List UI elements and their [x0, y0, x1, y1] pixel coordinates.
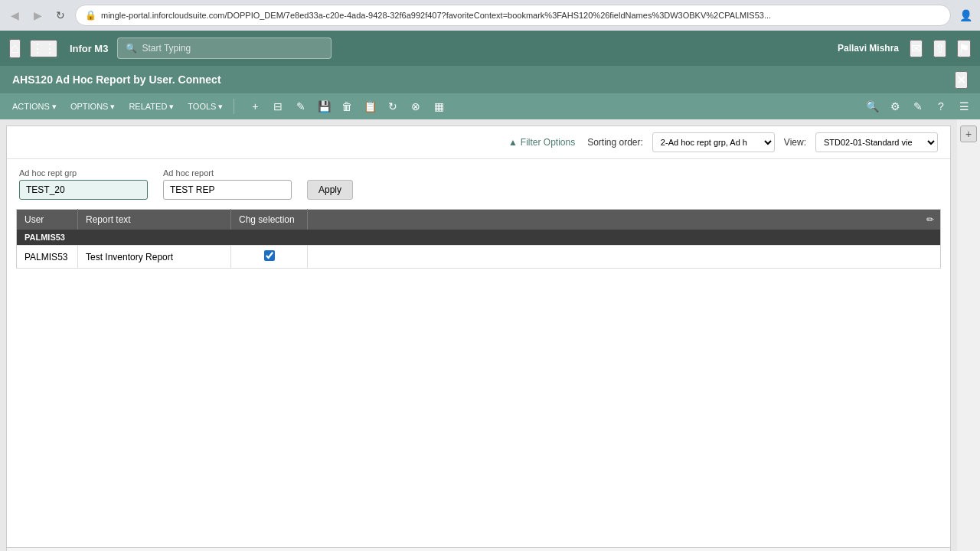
menu-bar: ACTIONS ▾ OPTIONS ▾ RELATED ▾ TOOLS ▾ + … — [0, 93, 980, 119]
ad-hoc-report-input[interactable] — [163, 180, 292, 200]
apply-button[interactable]: Apply — [307, 180, 353, 200]
refresh-icon-btn[interactable]: ↻ — [383, 96, 403, 116]
table-container: User Report text Chg selection ✏ — [7, 209, 950, 278]
data-table: User Report text Chg selection ✏ — [16, 209, 941, 269]
sub-header-row: PALMIS53 — [17, 230, 941, 246]
more-menu-btn[interactable]: ☰ — [954, 96, 974, 116]
search-placeholder: Start Typing — [142, 43, 191, 54]
cell-extra — [308, 246, 941, 269]
add-side-button[interactable]: + — [960, 126, 977, 142]
table-header-row: User Report text Chg selection ✏ — [17, 210, 941, 230]
app-name: Infor M3 — [70, 43, 109, 54]
cell-report-text: Test Inventory Report — [78, 246, 231, 269]
table-row[interactable]: PALMIS53 Test Inventory Report — [17, 246, 941, 269]
actions-menu[interactable]: ACTIONS ▾ — [6, 99, 63, 115]
grid-button[interactable]: ⋮⋮ — [30, 40, 57, 57]
edit-mini-btn[interactable]: ✎ — [908, 96, 928, 116]
sub-header-user: PALMIS53 — [17, 230, 941, 246]
edit-icon[interactable]: ✏ — [926, 214, 934, 225]
url-text: mingle-portal.inforcloudsuite.com/DOPPIO… — [101, 11, 941, 20]
browser-chrome: ◀ ▶ ↻ 🔒 mingle-portal.inforcloudsuite.co… — [0, 0, 980, 31]
content-wrapper: ▲ Filter Options Sorting order: 2-Ad hoc… — [0, 119, 957, 551]
filter-options: Sorting order: 2-Ad hoc rept grp, Ad h V… — [587, 132, 938, 152]
ad-hoc-report-field: Ad hoc report — [163, 168, 292, 200]
back-button[interactable]: ◀ — [6, 7, 23, 24]
page-title: AHS120 Ad Hoc Report by User. Connect — [12, 73, 221, 86]
view-select[interactable]: STD02-01-Standard vie — [815, 132, 938, 152]
mail-button[interactable]: ✉ — [910, 40, 923, 57]
sorting-label: Sorting order: — [587, 137, 643, 148]
actions-label: ACTIONS — [12, 102, 50, 111]
save-icon-btn[interactable]: 💾 — [314, 96, 334, 116]
form-section: Ad hoc rept grp Ad hoc report Apply — [7, 159, 950, 209]
filter-options-label: Filter Options — [521, 137, 575, 148]
actions-dropdown-icon: ▾ — [52, 102, 57, 112]
col-header-extra: ✏ — [308, 210, 941, 230]
delete-icon-btn[interactable]: 🗑 — [337, 96, 357, 116]
help-btn[interactable]: ? — [931, 96, 951, 116]
content-inner: ▲ Filter Options Sorting order: 2-Ad hoc… — [6, 126, 951, 551]
ad-hoc-rept-grp-input[interactable] — [19, 180, 148, 200]
tools-label: TOOLS — [188, 102, 216, 111]
bookmark-button[interactable]: ⚑ — [957, 40, 971, 57]
browser-toolbar: ◀ ▶ ↻ 🔒 mingle-portal.inforcloudsuite.co… — [0, 0, 980, 31]
ad-hoc-report-label: Ad hoc report — [163, 168, 292, 178]
col-header-chg: Chg selection — [231, 210, 308, 230]
app-right-actions: Pallavi Mishra ✉ ⇧ ⚑ — [838, 40, 971, 57]
view-label: View: — [784, 137, 806, 148]
options-menu[interactable]: OPTIONS ▾ — [64, 99, 122, 115]
toolbar-icons: + ⊟ ✎ 💾 🗑 📋 ↻ ⊗ ▦ — [245, 96, 449, 116]
settings-icon-btn[interactable]: ⚙ — [885, 96, 905, 116]
profile-button[interactable]: 👤 — [957, 7, 974, 24]
col-header-report: Report text — [78, 210, 231, 230]
main-wrapper: ▲ Filter Options Sorting order: 2-Ad hoc… — [0, 119, 980, 551]
reload-button[interactable]: ↻ — [52, 7, 69, 24]
ad-hoc-rept-grp-field: Ad hoc rept grp — [19, 168, 148, 200]
address-bar[interactable]: 🔒 mingle-portal.inforcloudsuite.com/DOPP… — [75, 5, 951, 26]
filter-toggle[interactable]: ▲ Filter Options — [508, 137, 575, 148]
menu-right: 🔍 ⚙ ✎ ? ☰ — [862, 96, 974, 116]
tools-dropdown-icon: ▾ — [218, 102, 223, 112]
chg-selection-checkbox[interactable] — [264, 250, 275, 261]
app-header: ⌂ ⋮⋮ Infor M3 🔍 Start Typing Pallavi Mis… — [0, 31, 980, 66]
page-title-bar: AHS120 Ad Hoc Report by User. Connect ✕ — [0, 66, 980, 93]
ad-hoc-rept-grp-label: Ad hoc rept grp — [19, 168, 148, 178]
search-mini-btn[interactable]: 🔍 — [862, 96, 882, 116]
options-label: OPTIONS — [70, 102, 109, 111]
copy-icon-btn[interactable]: 📋 — [360, 96, 380, 116]
related-menu[interactable]: RELATED ▾ — [122, 99, 180, 115]
tools-menu[interactable]: TOOLS ▾ — [181, 99, 229, 115]
browser-actions: 👤 — [957, 7, 974, 24]
options-dropdown-icon: ▾ — [110, 102, 115, 112]
menu-divider — [234, 99, 234, 114]
cell-user: PALMIS53 — [17, 246, 78, 269]
filter-bar: ▲ Filter Options Sorting order: 2-Ad hoc… — [7, 126, 950, 159]
home-button[interactable]: ⌂ — [9, 39, 21, 58]
sorting-select[interactable]: 2-Ad hoc rept grp, Ad h — [652, 132, 775, 152]
clear-icon-btn[interactable]: ⊗ — [406, 96, 426, 116]
search-bar[interactable]: 🔍 Start Typing — [117, 37, 332, 59]
search-icon: 🔍 — [126, 43, 137, 54]
grid-view-btn[interactable]: ▦ — [429, 96, 449, 116]
related-label: RELATED — [129, 102, 167, 111]
col-header-user: User — [17, 210, 78, 230]
close-button[interactable]: ✕ — [955, 71, 968, 89]
forward-button[interactable]: ▶ — [29, 7, 46, 24]
remove-icon-btn[interactable]: ⊟ — [268, 96, 288, 116]
share-button[interactable]: ⇧ — [933, 40, 946, 57]
cell-chg-selection — [231, 246, 308, 269]
user-name: Pallavi Mishra — [838, 43, 899, 54]
bottom-bar: ◀ CHANGE — [7, 547, 950, 551]
right-sidebar: + — [957, 119, 980, 551]
add-icon-btn[interactable]: + — [245, 96, 265, 116]
edit-icon-btn[interactable]: ✎ — [291, 96, 311, 116]
secure-icon: 🔒 — [85, 10, 96, 21]
filter-collapse-icon: ▲ — [508, 137, 518, 148]
related-dropdown-icon: ▾ — [169, 102, 174, 112]
